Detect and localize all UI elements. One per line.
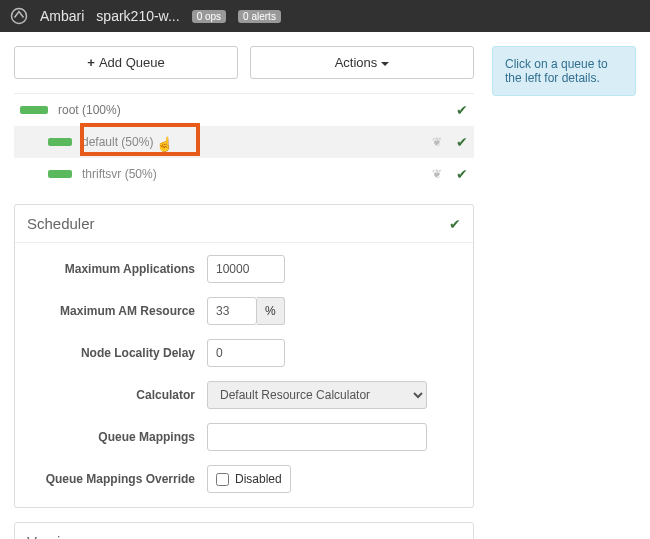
- ambari-logo-icon: [10, 7, 28, 25]
- scheduler-panel: Scheduler ✔ Maximum Applications Maximum…: [14, 204, 474, 508]
- scheduler-title: Scheduler: [27, 215, 95, 232]
- queue-label: root (100%): [58, 103, 121, 117]
- plus-icon: +: [87, 55, 95, 70]
- queue-row-root[interactable]: root (100%) ✔: [14, 94, 474, 126]
- add-queue-label: Add Queue: [99, 55, 165, 70]
- actions-label: Actions: [335, 55, 378, 70]
- queue-label: thriftsvr (50%): [82, 167, 157, 181]
- hint-box: Click on a queue to the left for details…: [492, 46, 636, 96]
- brand-label[interactable]: Ambari: [40, 8, 84, 24]
- queue-tree: root (100%) ✔ default (50%) ❦ ✔ ☝ thrift…: [14, 93, 474, 190]
- actions-dropdown[interactable]: Actions: [250, 46, 474, 79]
- ops-badge[interactable]: 0 ops: [192, 10, 226, 23]
- max-apps-input[interactable]: [207, 255, 285, 283]
- versions-title: Versions: [27, 533, 85, 539]
- queue-override-checkbox[interactable]: Disabled: [207, 465, 291, 493]
- max-am-input[interactable]: [207, 297, 257, 325]
- queue-row-default[interactable]: default (50%) ❦ ✔ ☝: [14, 126, 474, 158]
- override-checkbox-input[interactable]: [216, 473, 229, 486]
- versions-panel: Versions v2 Current TOPOLOGY_RESOLVED lo…: [14, 522, 474, 539]
- hand-cursor-icon: ☝: [156, 136, 173, 152]
- capacity-bar: [20, 106, 48, 114]
- leaf-icon: ❦: [432, 167, 442, 181]
- max-apps-label: Maximum Applications: [27, 262, 207, 276]
- capacity-bar: [48, 138, 72, 146]
- check-icon: ✔: [449, 216, 461, 232]
- queue-mappings-label: Queue Mappings: [27, 430, 207, 444]
- chevron-down-icon: [381, 62, 389, 66]
- override-text: Disabled: [235, 472, 282, 486]
- alerts-badge[interactable]: 0 alerts: [238, 10, 281, 23]
- queue-mappings-input[interactable]: [207, 423, 427, 451]
- cluster-name[interactable]: spark210-w...: [96, 8, 179, 24]
- percent-addon: %: [257, 297, 285, 325]
- add-queue-button[interactable]: +Add Queue: [14, 46, 238, 79]
- queue-label: default (50%): [82, 135, 153, 149]
- check-icon: ✔: [456, 134, 468, 150]
- node-locality-input[interactable]: [207, 339, 285, 367]
- check-icon: ✔: [456, 166, 468, 182]
- capacity-bar: [48, 170, 72, 178]
- calculator-label: Calculator: [27, 388, 207, 402]
- queue-row-thriftsvr[interactable]: thriftsvr (50%) ❦ ✔: [14, 158, 474, 190]
- versions-heading: Versions: [15, 523, 473, 539]
- node-locality-label: Node Locality Delay: [27, 346, 207, 360]
- topbar: Ambari spark210-w... 0 ops 0 alerts: [0, 0, 650, 32]
- queue-override-label: Queue Mappings Override: [27, 472, 207, 486]
- check-icon: ✔: [456, 102, 468, 118]
- calculator-select[interactable]: Default Resource Calculator: [207, 381, 427, 409]
- max-am-label: Maximum AM Resource: [27, 304, 207, 318]
- scheduler-heading: Scheduler ✔: [15, 205, 473, 243]
- leaf-icon: ❦: [432, 135, 442, 149]
